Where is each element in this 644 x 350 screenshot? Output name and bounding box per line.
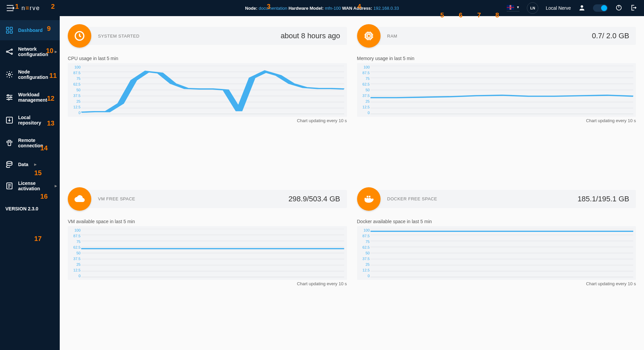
- logout-icon[interactable]: [630, 4, 637, 12]
- connection-toggle[interactable]: [593, 4, 608, 12]
- flag-uk-icon: [507, 5, 514, 10]
- card-ram: RAM 0.7/ 2.0 GB Memory usage in last 5 m…: [357, 24, 636, 179]
- language-selector[interactable]: ▼: [507, 5, 519, 11]
- chart-footer: Chart updating every 10 s: [357, 281, 636, 286]
- wan-label: WAN Address:: [342, 6, 372, 11]
- model-label: Hardware Model:: [289, 6, 324, 11]
- hamburger-icon[interactable]: [7, 5, 15, 11]
- database-cloud-icon: [5, 160, 13, 168]
- svg-rect-3: [10, 27, 12, 30]
- cloud-icon: [68, 187, 91, 211]
- card-docker: DOCKER FREE SPACE 185.1/195.1 GB Docker …: [357, 187, 636, 342]
- ram-chart: 10087.57562.55037.52512.50: [357, 63, 636, 117]
- y-axis: 10087.57562.55037.52512.50: [358, 228, 370, 278]
- svg-rect-4: [6, 31, 9, 33]
- model-value: mfn-100: [325, 6, 341, 11]
- sliders-icon: [5, 93, 13, 101]
- chevron-right-icon: ▶: [55, 50, 57, 53]
- card-value: 185.1/195.1 GB: [578, 195, 629, 203]
- svg-point-16: [7, 161, 12, 163]
- sidebar-item-node-config[interactable]: Node configuration: [0, 63, 60, 86]
- sidebar-item-dashboard[interactable]: Dashboard: [0, 20, 60, 40]
- chart-title: VM available space in last 5 min: [68, 219, 347, 224]
- clock-icon: [68, 24, 91, 48]
- chart-footer: Chart updating every 10 s: [68, 118, 347, 123]
- sidebar-item-label: License activation: [18, 181, 54, 191]
- sidebar: Dashboard Network configuration ▶ Node c…: [0, 16, 60, 350]
- svg-point-11: [10, 97, 11, 98]
- download-box-icon: [5, 116, 13, 124]
- vm-chart: 10087.57562.55037.52512.50: [68, 226, 347, 280]
- card-value: about 8 hours ago: [281, 32, 340, 40]
- plot-area: [81, 229, 344, 277]
- svg-rect-29: [366, 33, 371, 39]
- sidebar-item-label: Network configuration: [18, 46, 54, 57]
- reboot-icon[interactable]: [615, 4, 623, 12]
- svg-point-8: [11, 53, 12, 54]
- chevron-down-icon: ▼: [516, 5, 519, 9]
- card-vm: VM FREE SPACE 298.9/503.4 GB VM availabl…: [68, 187, 347, 342]
- sidebar-item-network[interactable]: Network configuration ▶: [0, 40, 60, 63]
- license-icon: [5, 182, 13, 190]
- card-type: DOCKER FREE SPACE: [387, 196, 437, 201]
- node-value: documentation: [259, 6, 287, 11]
- svg-point-9: [8, 73, 10, 76]
- network-icon: [5, 48, 13, 56]
- svg-point-0: [581, 5, 583, 7]
- svg-point-10: [7, 95, 9, 96]
- svg-point-7: [11, 49, 12, 50]
- docker-icon: [357, 187, 381, 211]
- sidebar-item-local-repo[interactable]: Local repository: [0, 109, 60, 132]
- chevron-right-icon: ▶: [55, 184, 57, 188]
- sidebar-item-label: Remote connection: [18, 138, 54, 148]
- dashboard-icon: [5, 26, 13, 34]
- svg-point-12: [8, 99, 9, 100]
- sidebar-item-license[interactable]: License activation ▶: [0, 174, 60, 197]
- chart-title: Memory usage in last 5 min: [357, 56, 636, 61]
- sidebar-item-label: Dashboard: [18, 28, 43, 33]
- node-info: Node: documentation Hardware Model: mfn-…: [245, 6, 399, 11]
- user-name: Local Nerve: [546, 5, 571, 11]
- sidebar-item-remote[interactable]: Remote connection: [0, 132, 60, 154]
- card-value: 298.9/503.4 GB: [288, 195, 340, 203]
- y-axis: 10087.57562.55037.52512.50: [69, 65, 81, 115]
- chart-footer: Chart updating every 10 s: [357, 118, 636, 123]
- sidebar-item-label: Local repository: [18, 115, 54, 126]
- svg-rect-2: [6, 27, 9, 30]
- card-type: VM FREE SPACE: [98, 196, 135, 201]
- user-icon[interactable]: [578, 4, 586, 12]
- ln-badge[interactable]: LN: [527, 2, 538, 14]
- cpu-chart: 10087.57562.55037.52512.50: [68, 63, 347, 117]
- card-type: RAM: [387, 34, 397, 39]
- sidebar-item-data[interactable]: Data ▶: [0, 154, 60, 174]
- card-value: 0.7/ 2.0 GB: [592, 32, 629, 40]
- y-axis: 10087.57562.55037.52512.50: [69, 228, 81, 278]
- gear-icon: [5, 70, 13, 79]
- chart-title: CPU usage in last 5 min: [68, 56, 347, 61]
- svg-point-6: [6, 51, 8, 52]
- svg-rect-5: [10, 31, 12, 33]
- chevron-right-icon: ▶: [34, 163, 37, 166]
- logo: n≡rve: [21, 5, 40, 12]
- plot-area: [81, 66, 344, 114]
- version-label: VERSION 2.3.0: [0, 200, 60, 217]
- svg-rect-30: [367, 35, 370, 38]
- y-axis: 10087.57562.55037.52512.50: [358, 65, 370, 115]
- sidebar-item-label: Workload management: [18, 92, 54, 103]
- chart-title: Docker available space in last 5 min: [357, 219, 636, 224]
- docker-chart: 10087.57562.55037.52512.50: [357, 226, 636, 280]
- topbar: n≡rve Node: documentation Hardware Model…: [0, 0, 644, 16]
- sidebar-item-label: Node configuration: [18, 69, 54, 80]
- chip-icon: [357, 24, 381, 48]
- chart-footer: Chart updating every 10 s: [68, 281, 347, 286]
- node-label: Node:: [245, 6, 257, 11]
- remote-icon: [5, 139, 13, 147]
- card-type: SYSTEM STARTED: [98, 34, 140, 39]
- svg-point-15: [9, 142, 10, 142]
- sidebar-item-workload[interactable]: Workload management: [0, 86, 60, 109]
- sidebar-item-label: Data: [18, 162, 28, 167]
- wan-value: 192.168.0.33: [374, 6, 399, 11]
- svg-rect-14: [8, 140, 11, 146]
- plot-area: [370, 229, 634, 277]
- content-area: SYSTEM STARTED about 8 hours ago CPU usa…: [60, 16, 644, 350]
